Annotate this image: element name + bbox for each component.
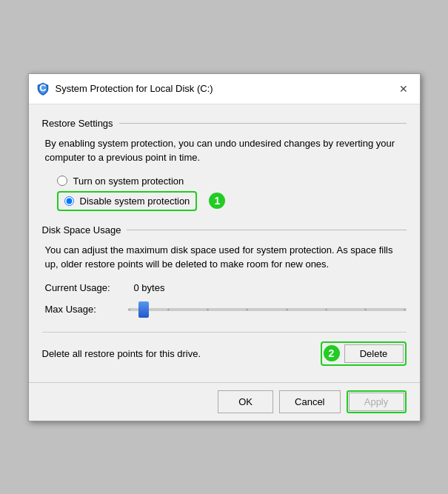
shield-icon: C xyxy=(36,82,50,96)
max-usage-row: Max Usage: xyxy=(42,301,407,318)
current-usage-label: Current Usage: xyxy=(45,282,119,293)
current-usage-row: Current Usage: 0 bytes xyxy=(42,282,407,293)
radio-turn-on-input[interactable] xyxy=(57,176,67,186)
disk-description: You can adjust the maximum disk space us… xyxy=(42,243,407,272)
max-usage-label: Max Usage: xyxy=(45,304,119,315)
restore-settings-header: Restore Settings xyxy=(42,118,407,129)
svg-text:C: C xyxy=(39,82,47,93)
disk-section-divider xyxy=(127,230,406,230)
delete-button[interactable]: Delete xyxy=(344,344,404,363)
close-button[interactable]: ✕ xyxy=(395,80,412,98)
slider-thumb[interactable] xyxy=(138,301,149,318)
section-divider xyxy=(119,123,407,124)
title-bar: C System Protection for Local Disk (C:) … xyxy=(29,74,420,104)
annotation-2-badge: 2 xyxy=(324,345,340,361)
delete-text: Delete all restore points for this drive… xyxy=(42,348,201,359)
apply-button[interactable]: Apply xyxy=(349,393,404,411)
radio-group: Turn on system protection Disable system… xyxy=(42,176,407,211)
disk-space-header: Disk Space Usage xyxy=(42,224,407,236)
delete-btn-wrapper: 2 Delete xyxy=(321,341,407,366)
cancel-button[interactable]: Cancel xyxy=(279,390,340,413)
slider-container xyxy=(128,301,407,318)
radio-disable-highlighted[interactable]: Disable system protection xyxy=(57,191,198,211)
system-protection-dialog: C System Protection for Local Disk (C:) … xyxy=(28,73,421,421)
radio-disable-label: Disable system protection xyxy=(80,196,190,207)
annotation-1-badge: 1 xyxy=(209,193,225,209)
restore-description: By enabling system protection, you can u… xyxy=(42,136,407,165)
radio-turn-on-label: Turn on system protection xyxy=(73,176,184,187)
radio-turn-on[interactable]: Turn on system protection xyxy=(57,176,407,187)
title-bar-left: C System Protection for Local Disk (C:) xyxy=(36,82,213,96)
dialog-title: System Protection for Local Disk (C:) xyxy=(56,83,213,94)
current-usage-value: 0 bytes xyxy=(134,282,165,293)
footer: OK Cancel Apply xyxy=(29,382,420,421)
main-content: Restore Settings By enabling system prot… xyxy=(29,104,420,382)
ok-button[interactable]: OK xyxy=(218,390,273,413)
delete-section: Delete all restore points for this drive… xyxy=(42,332,407,372)
restore-settings-label: Restore Settings xyxy=(42,118,113,129)
radio-disable-input[interactable] xyxy=(64,196,74,206)
apply-btn-wrapper: Apply xyxy=(347,390,407,413)
disk-space-label: Disk Space Usage xyxy=(42,224,121,236)
slider-track xyxy=(128,308,407,311)
